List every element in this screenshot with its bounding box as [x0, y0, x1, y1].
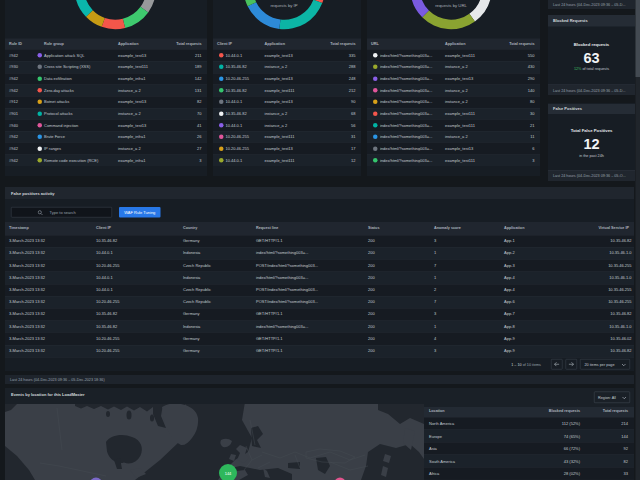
svg-text:requests by IP: requests by IP — [270, 3, 297, 8]
svg-text:144: 144 — [225, 471, 232, 476]
svg-text:requests by URL: requests by URL — [435, 3, 467, 8]
